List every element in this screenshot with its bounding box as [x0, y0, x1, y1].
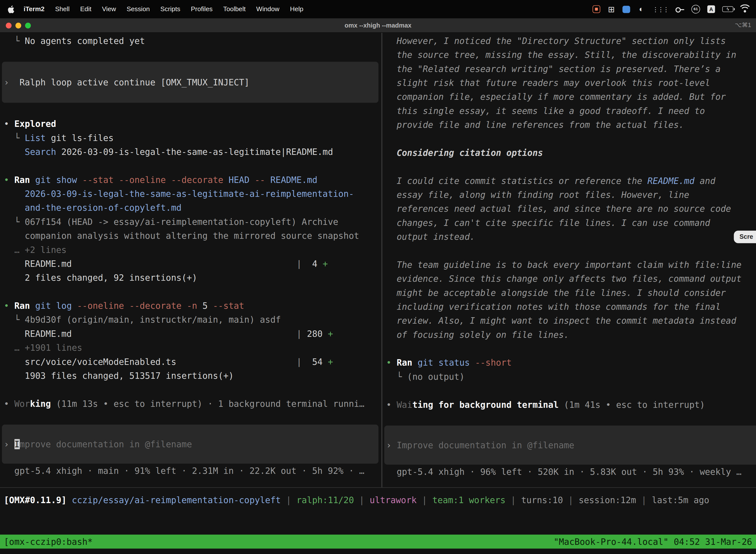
menu-item-help[interactable]: Help — [285, 0, 309, 18]
text-segment — [4, 231, 25, 241]
queued-message-box: › Ralph loop active continue [OMX_TMUX_I… — [2, 62, 378, 103]
menu-item-edit[interactable]: Edit — [75, 0, 97, 18]
terminal-line: changes, I can't cite specific file line… — [382, 216, 756, 230]
text-segment: slight risk that future readers may over… — [386, 78, 710, 88]
terminal-line: output instead. — [382, 230, 756, 243]
text-segment: Ran — [397, 357, 418, 368]
text-segment: turns:10 — [521, 495, 563, 505]
text-segment: › — [4, 439, 14, 449]
terminal-line: references need actual files, and since … — [382, 202, 756, 216]
terminal-line: including verification notes with those … — [382, 299, 756, 314]
text-segment: No agents completed yet — [25, 36, 145, 46]
text-segment: I — [14, 439, 19, 449]
text-segment: › — [4, 77, 19, 88]
text-segment: + — [323, 259, 328, 269]
shell-app-icon[interactable]: ◐ — [637, 4, 645, 15]
pane-left[interactable]: └ No agents completed yet› Ralph loop ac… — [0, 33, 381, 487]
dots-grid-icon[interactable]: ⋮⋮⋮ — [652, 4, 668, 15]
apple-menu-icon[interactable] — [8, 5, 14, 13]
prompt-input[interactable]: › Improve documentation in @filename — [2, 425, 378, 464]
menu-item-shell[interactable]: Shell — [50, 0, 75, 18]
terminal-line: 2 files changed, 92 insertions(+) — [0, 271, 381, 285]
text-segment: Improve documentation in @filename — [397, 440, 574, 450]
text-segment: • — [4, 175, 14, 185]
text-segment: including verification notes with those … — [386, 301, 720, 312]
text-segment: --oneline --decorate — [77, 300, 187, 311]
menu-item-session[interactable]: Session — [121, 0, 155, 18]
terminal-line: 1903 files changed, 513517 insertions(+) — [0, 369, 381, 383]
blank-line — [0, 285, 381, 298]
blank-line — [0, 159, 381, 173]
text-segment: Ran — [14, 300, 35, 311]
window-title: omx --xhigh --madmax — [0, 18, 756, 32]
text-segment: + — [328, 329, 333, 339]
text-segment: git status — [418, 357, 475, 368]
text-segment: and — [694, 176, 715, 186]
menu-item-window[interactable]: Window — [251, 0, 285, 18]
text-segment: the source tree, missing the essay. Stil… — [386, 50, 736, 60]
text-segment: Wai — [397, 400, 412, 410]
blank-line — [0, 383, 381, 396]
terminal-line: I could cite commit statistics or refere… — [382, 174, 756, 188]
menu-bar-status-area: ⊞◐⋮⋮⋮61Aϟ — [592, 4, 756, 15]
input-source-icon[interactable]: A — [707, 5, 715, 13]
wifi-icon[interactable] — [741, 6, 749, 12]
session-status-line: gpt-5.4 xhigh · main · 91% left · 2.31M … — [0, 464, 381, 478]
terminal-line: src/voice/voiceModeEnabled.ts | 54 + — [0, 355, 381, 369]
pane-right[interactable]: However, I noticed the "Directory Struct… — [382, 33, 756, 487]
text-segment: (1m 41s • esc to interrupt) — [564, 400, 705, 410]
text-segment: I could cite commit statistics or refere… — [386, 176, 647, 186]
terminal-line: this single essay, it seems like a good … — [382, 104, 756, 118]
text-segment: 4b9d30f (origin/main, instructkr/main, m… — [25, 315, 281, 325]
tmux-host-clock: "MacBook-Pro-44.local" 04:52 31-Mar-26 — [554, 535, 752, 549]
text-segment: README.md — [4, 259, 72, 269]
text-segment — [72, 329, 296, 339]
status-icons: ⊞◐⋮⋮⋮61Aϟ — [592, 4, 749, 15]
prompt-input[interactable]: › Improve documentation in @filename — [384, 426, 756, 465]
key-icon[interactable] — [675, 5, 684, 13]
gauge-icon[interactable]: 61 — [692, 5, 700, 13]
blank-line — [382, 384, 756, 397]
macos-menu-bar: iTerm2ShellEditViewSessionScriptsProfile… — [0, 0, 756, 18]
text-segment: › — [386, 440, 397, 450]
battery-icon-glyph: ϟ — [727, 7, 729, 11]
terminal-line: README.md | 4 + — [0, 257, 381, 271]
terminal-line: └ (no output) — [382, 370, 756, 384]
text-segment: List — [25, 133, 46, 143]
session-status-line: gpt-5.4 xhigh · 96% left · 520K in · 5.8… — [382, 465, 756, 479]
menu-item-profiles[interactable]: Profiles — [186, 0, 218, 18]
text-segment: last:5m ago — [652, 495, 709, 505]
text-segment: | — [563, 495, 579, 505]
terminal-line: └ 4b9d30f (origin/main, instructkr/main,… — [0, 313, 381, 327]
battery-icon[interactable]: ϟ — [722, 6, 734, 12]
screen-recording-indicator-icon[interactable] — [592, 5, 600, 13]
tiles-icon[interactable]: ⊞ — [608, 4, 615, 15]
menu-item-scripts[interactable]: Scripts — [155, 0, 186, 18]
text-segment: ultrawork — [370, 495, 417, 505]
omx-status-line: [OMX#0.11.9] cczip/essay/ai-reimplementa… — [0, 493, 756, 507]
text-segment — [72, 259, 296, 269]
screen-notification[interactable]: Scre — [734, 231, 756, 243]
raycast-icon[interactable] — [623, 5, 630, 13]
text-segment — [386, 148, 397, 158]
text-segment: ralph:11/20 — [296, 495, 354, 505]
terminal[interactable]: └ No agents completed yet› Ralph loop ac… — [0, 33, 756, 554]
menu-item-iterm2[interactable]: iTerm2 — [18, 0, 50, 18]
window-title-bar[interactable]: omx --xhigh --madmax ⌥⌘1 — [0, 18, 756, 33]
text-segment: • — [4, 300, 14, 311]
dots-grid-icon-glyph: ⋮⋮⋮ — [652, 6, 668, 12]
text-segment: evidence. Since this change only affects… — [386, 274, 741, 284]
text-segment: mprove documentation in @filename — [19, 439, 192, 449]
terminal-line: 2026-03-09-is-legal-the-same-as-legitima… — [0, 187, 381, 201]
menu-item-view[interactable]: View — [97, 0, 121, 18]
menu-item-toolbelt[interactable]: Toolbelt — [218, 0, 251, 18]
text-segment: • — [4, 399, 14, 409]
terminal-line: └ No agents completed yet — [0, 34, 381, 48]
text-segment: --short — [475, 357, 511, 368]
text-segment — [559, 400, 564, 410]
text-segment: | — [354, 495, 370, 505]
text-segment: └ — [4, 133, 25, 143]
window-shortcut-badge: ⌥⌘1 — [735, 18, 751, 32]
text-segment: 067f154 (HEAD -> essay/ai-reimplementati… — [25, 217, 338, 227]
blank-line — [0, 48, 381, 62]
